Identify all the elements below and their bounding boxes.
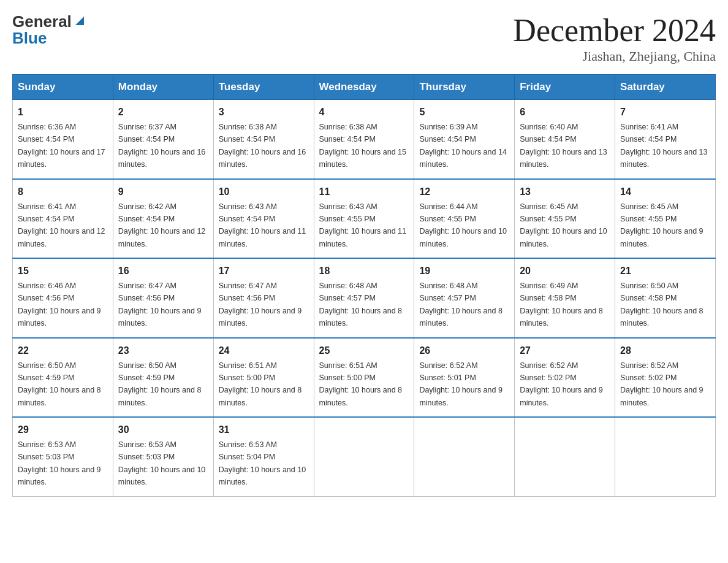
day-info: Sunrise: 6:39 AMSunset: 4:54 PMDaylight:… xyxy=(419,123,506,169)
calendar-cell: 19 Sunrise: 6:48 AMSunset: 4:57 PMDaylig… xyxy=(414,258,515,338)
calendar-cell: 21 Sunrise: 6:50 AMSunset: 4:58 PMDaylig… xyxy=(615,258,716,338)
day-info: Sunrise: 6:52 AMSunset: 5:02 PMDaylight:… xyxy=(520,361,603,407)
day-number: 14 xyxy=(620,185,710,199)
day-info: Sunrise: 6:52 AMSunset: 5:01 PMDaylight:… xyxy=(419,361,502,407)
day-info: Sunrise: 6:38 AMSunset: 4:54 PMDaylight:… xyxy=(219,123,306,169)
day-number: 13 xyxy=(520,185,610,199)
calendar-cell xyxy=(515,417,615,496)
day-number: 16 xyxy=(118,264,208,278)
day-number: 24 xyxy=(219,343,309,358)
calendar-cell: 3 Sunrise: 6:38 AMSunset: 4:54 PMDayligh… xyxy=(213,100,314,179)
day-number: 19 xyxy=(419,264,509,278)
calendar-cell: 13 Sunrise: 6:45 AMSunset: 4:55 PMDaylig… xyxy=(515,179,615,259)
day-info: Sunrise: 6:43 AMSunset: 4:55 PMDaylight:… xyxy=(319,202,406,248)
day-info: Sunrise: 6:41 AMSunset: 4:54 PMDaylight:… xyxy=(18,202,105,248)
day-number: 28 xyxy=(620,343,710,358)
calendar-week-3: 15 Sunrise: 6:46 AMSunset: 4:56 PMDaylig… xyxy=(13,258,716,338)
day-number: 11 xyxy=(319,185,409,199)
day-info: Sunrise: 6:47 AMSunset: 4:56 PMDaylight:… xyxy=(118,282,202,327)
day-number: 15 xyxy=(18,264,108,278)
weekday-header-monday: Monday xyxy=(113,75,213,100)
day-info: Sunrise: 6:38 AMSunset: 4:54 PMDaylight:… xyxy=(319,123,406,169)
svg-marker-0 xyxy=(75,17,84,25)
calendar-cell: 12 Sunrise: 6:44 AMSunset: 4:55 PMDaylig… xyxy=(414,179,515,259)
calendar-week-5: 29 Sunrise: 6:53 AMSunset: 5:03 PMDaylig… xyxy=(13,417,716,496)
calendar-cell: 20 Sunrise: 6:49 AMSunset: 4:58 PMDaylig… xyxy=(515,258,615,338)
day-number: 18 xyxy=(319,264,409,278)
calendar-cell: 17 Sunrise: 6:47 AMSunset: 4:56 PMDaylig… xyxy=(213,258,314,338)
day-info: Sunrise: 6:36 AMSunset: 4:54 PMDaylight:… xyxy=(18,123,105,169)
calendar-week-4: 22 Sunrise: 6:50 AMSunset: 4:59 PMDaylig… xyxy=(13,338,716,418)
logo: General Blue xyxy=(12,12,86,48)
weekday-header-row: SundayMondayTuesdayWednesdayThursdayFrid… xyxy=(13,75,716,100)
day-number: 30 xyxy=(118,423,208,437)
day-info: Sunrise: 6:48 AMSunset: 4:57 PMDaylight:… xyxy=(419,282,502,327)
logo-blue-text: Blue xyxy=(12,29,86,48)
day-number: 2 xyxy=(118,105,208,120)
calendar-cell: 29 Sunrise: 6:53 AMSunset: 5:03 PMDaylig… xyxy=(13,417,113,496)
day-number: 17 xyxy=(219,264,309,278)
weekday-header-wednesday: Wednesday xyxy=(314,75,414,100)
day-number: 29 xyxy=(18,423,108,437)
day-info: Sunrise: 6:50 AMSunset: 4:58 PMDaylight:… xyxy=(620,282,703,327)
calendar-subtitle: Jiashan, Zhejiang, China xyxy=(513,48,716,64)
calendar-cell: 25 Sunrise: 6:51 AMSunset: 5:00 PMDaylig… xyxy=(314,338,414,418)
calendar-cell: 28 Sunrise: 6:52 AMSunset: 5:02 PMDaylig… xyxy=(615,338,716,418)
day-info: Sunrise: 6:53 AMSunset: 5:03 PMDaylight:… xyxy=(18,440,101,486)
day-info: Sunrise: 6:50 AMSunset: 4:59 PMDaylight:… xyxy=(118,361,202,407)
day-number: 23 xyxy=(118,343,208,358)
calendar-cell: 5 Sunrise: 6:39 AMSunset: 4:54 PMDayligh… xyxy=(414,100,515,179)
day-info: Sunrise: 6:53 AMSunset: 5:03 PMDaylight:… xyxy=(118,440,205,486)
day-info: Sunrise: 6:37 AMSunset: 4:54 PMDaylight:… xyxy=(118,123,205,169)
calendar-cell xyxy=(414,417,515,496)
calendar-cell: 24 Sunrise: 6:51 AMSunset: 5:00 PMDaylig… xyxy=(213,338,314,418)
day-info: Sunrise: 6:45 AMSunset: 4:55 PMDaylight:… xyxy=(520,202,607,248)
calendar-cell: 6 Sunrise: 6:40 AMSunset: 4:54 PMDayligh… xyxy=(515,100,615,179)
day-info: Sunrise: 6:52 AMSunset: 5:02 PMDaylight:… xyxy=(620,361,703,407)
logo-triangle-icon xyxy=(73,14,86,28)
calendar-cell xyxy=(314,417,414,496)
calendar-cell xyxy=(615,417,716,496)
day-info: Sunrise: 6:47 AMSunset: 4:56 PMDaylight:… xyxy=(219,282,302,327)
calendar-cell: 26 Sunrise: 6:52 AMSunset: 5:01 PMDaylig… xyxy=(414,338,515,418)
weekday-header-sunday: Sunday xyxy=(13,75,113,100)
day-info: Sunrise: 6:46 AMSunset: 4:56 PMDaylight:… xyxy=(18,282,101,327)
calendar-cell: 10 Sunrise: 6:43 AMSunset: 4:54 PMDaylig… xyxy=(213,179,314,259)
day-info: Sunrise: 6:41 AMSunset: 4:54 PMDaylight:… xyxy=(620,123,707,169)
calendar-cell: 1 Sunrise: 6:36 AMSunset: 4:54 PMDayligh… xyxy=(13,100,113,179)
calendar-table: SundayMondayTuesdayWednesdayThursdayFrid… xyxy=(12,74,716,497)
calendar-cell: 14 Sunrise: 6:45 AMSunset: 4:55 PMDaylig… xyxy=(615,179,716,259)
calendar-cell: 4 Sunrise: 6:38 AMSunset: 4:54 PMDayligh… xyxy=(314,100,414,179)
calendar-cell: 11 Sunrise: 6:43 AMSunset: 4:55 PMDaylig… xyxy=(314,179,414,259)
calendar-cell: 30 Sunrise: 6:53 AMSunset: 5:03 PMDaylig… xyxy=(113,417,213,496)
day-number: 31 xyxy=(219,423,309,437)
weekday-header-tuesday: Tuesday xyxy=(213,75,314,100)
day-info: Sunrise: 6:48 AMSunset: 4:57 PMDaylight:… xyxy=(319,282,403,327)
day-number: 27 xyxy=(520,343,610,358)
day-number: 21 xyxy=(620,264,710,278)
day-number: 25 xyxy=(319,343,409,358)
calendar-cell: 9 Sunrise: 6:42 AMSunset: 4:54 PMDayligh… xyxy=(113,179,213,259)
calendar-cell: 2 Sunrise: 6:37 AMSunset: 4:54 PMDayligh… xyxy=(113,100,213,179)
title-block: December 2024 Jiashan, Zhejiang, China xyxy=(513,12,716,64)
day-info: Sunrise: 6:50 AMSunset: 4:59 PMDaylight:… xyxy=(18,361,101,407)
calendar-title: December 2024 xyxy=(513,12,716,48)
day-number: 6 xyxy=(520,105,610,120)
calendar-cell: 8 Sunrise: 6:41 AMSunset: 4:54 PMDayligh… xyxy=(13,179,113,259)
day-info: Sunrise: 6:45 AMSunset: 4:55 PMDaylight:… xyxy=(620,202,703,248)
day-number: 3 xyxy=(219,105,309,120)
day-info: Sunrise: 6:51 AMSunset: 5:00 PMDaylight:… xyxy=(219,361,302,407)
calendar-cell: 31 Sunrise: 6:53 AMSunset: 5:04 PMDaylig… xyxy=(213,417,314,496)
day-info: Sunrise: 6:53 AMSunset: 5:04 PMDaylight:… xyxy=(219,440,306,486)
weekday-header-thursday: Thursday xyxy=(414,75,515,100)
day-number: 26 xyxy=(419,343,509,358)
calendar-cell: 7 Sunrise: 6:41 AMSunset: 4:54 PMDayligh… xyxy=(615,100,716,179)
calendar-cell: 22 Sunrise: 6:50 AMSunset: 4:59 PMDaylig… xyxy=(13,338,113,418)
day-info: Sunrise: 6:49 AMSunset: 4:58 PMDaylight:… xyxy=(520,282,603,327)
weekday-header-saturday: Saturday xyxy=(615,75,716,100)
day-info: Sunrise: 6:40 AMSunset: 4:54 PMDaylight:… xyxy=(520,123,607,169)
calendar-cell: 18 Sunrise: 6:48 AMSunset: 4:57 PMDaylig… xyxy=(314,258,414,338)
calendar-cell: 16 Sunrise: 6:47 AMSunset: 4:56 PMDaylig… xyxy=(113,258,213,338)
calendar-cell: 15 Sunrise: 6:46 AMSunset: 4:56 PMDaylig… xyxy=(13,258,113,338)
calendar-cell: 23 Sunrise: 6:50 AMSunset: 4:59 PMDaylig… xyxy=(113,338,213,418)
